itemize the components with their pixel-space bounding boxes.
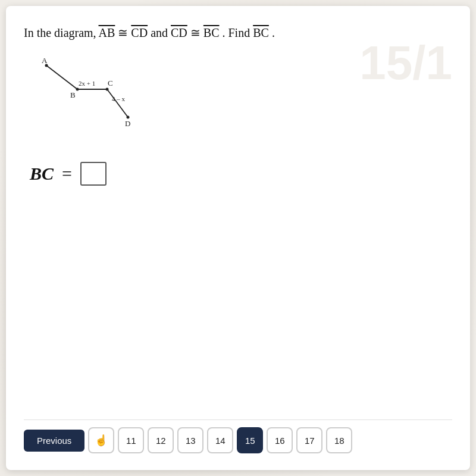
hand-icon: ☝ (95, 434, 108, 447)
page-11-button[interactable]: 11 (118, 427, 144, 453)
page-13-button[interactable]: 13 (177, 427, 203, 453)
svg-point-6 (127, 116, 130, 119)
label-b: B (70, 90, 76, 99)
previous-button[interactable]: Previous (24, 430, 84, 452)
cong-symbol-1: ≅ (118, 26, 131, 39)
page-17-button[interactable]: 17 (296, 427, 322, 453)
cd-label-2: CD (171, 26, 187, 39)
bc-label-find: BC (253, 26, 269, 39)
question-text: In the diagram, AB ≅ CD and CD ≅ BC . Fi… (24, 24, 452, 42)
find-text: . Find (223, 26, 253, 39)
question-intro: In the diagram, (24, 26, 99, 39)
ab-label: AB (99, 26, 115, 39)
page-15-button[interactable]: 15 (237, 427, 263, 453)
page-icon-button[interactable]: ☝ (88, 427, 114, 453)
equals-sign: = (62, 164, 72, 184)
period: . (272, 26, 275, 39)
diagram-area: A B C D 2x + 1 4 – x (36, 55, 167, 138)
page-14-button[interactable]: 14 (207, 427, 233, 453)
label-d: D (125, 119, 130, 128)
label-4x: 4 – x (112, 95, 126, 102)
cd-label-1: CD (131, 26, 148, 39)
svg-line-2 (107, 89, 128, 117)
cong-symbol-2: ≅ (190, 26, 203, 39)
answer-input[interactable] (80, 162, 107, 186)
pagination-bar: Previous ☝ 11 12 13 14 15 16 17 18 (24, 419, 452, 458)
main-card: In the diagram, AB ≅ CD and CD ≅ BC . Fi… (6, 6, 470, 470)
page-16-button[interactable]: 16 (267, 427, 293, 453)
bc-label-answer: BC (30, 164, 54, 184)
label-a: A (42, 56, 48, 65)
label-c: C (108, 79, 113, 87)
page-12-button[interactable]: 12 (148, 427, 174, 453)
spacer (24, 186, 452, 419)
label-2x1: 2x + 1 (79, 80, 95, 87)
svg-line-0 (46, 65, 77, 89)
diagram-svg: A B C D 2x + 1 4 – x (36, 55, 167, 138)
svg-point-5 (106, 88, 109, 91)
svg-point-4 (76, 88, 79, 91)
page-18-button[interactable]: 18 (326, 427, 352, 453)
bc-label-question: BC (203, 26, 220, 39)
and-text: and (151, 26, 171, 39)
answer-row: BC = (30, 162, 452, 186)
